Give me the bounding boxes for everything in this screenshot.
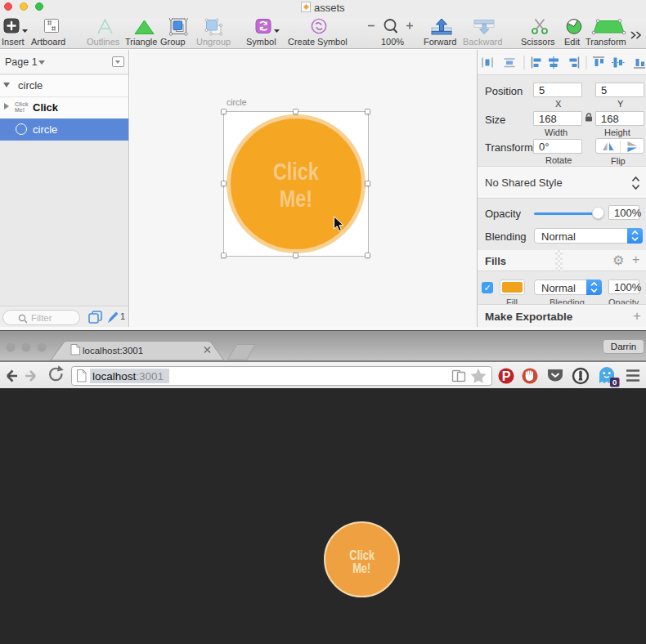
svg-text:localhost:3001: localhost:3001 bbox=[92, 370, 164, 382]
svg-text:0: 0 bbox=[612, 378, 617, 387]
svg-text:localhost:3001: localhost:3001 bbox=[83, 346, 143, 356]
svg-text:P: P bbox=[502, 369, 511, 383]
